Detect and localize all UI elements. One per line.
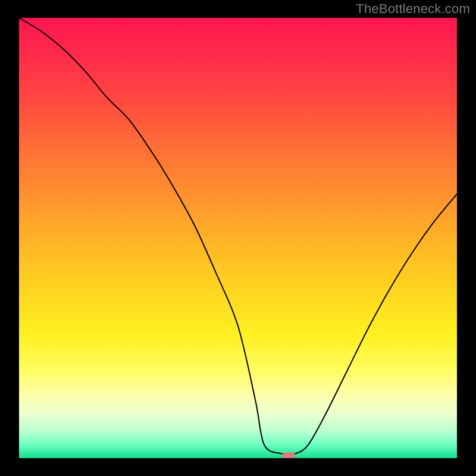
watermark-text: TheBottleneck.com (356, 1, 470, 17)
curve-layer (19, 18, 457, 458)
bottleneck-curve-path (19, 18, 457, 455)
plot-area (19, 18, 457, 458)
x-axis-baseline (19, 458, 457, 459)
chart-frame: TheBottleneck.com (0, 0, 476, 476)
optimal-marker (282, 452, 295, 458)
